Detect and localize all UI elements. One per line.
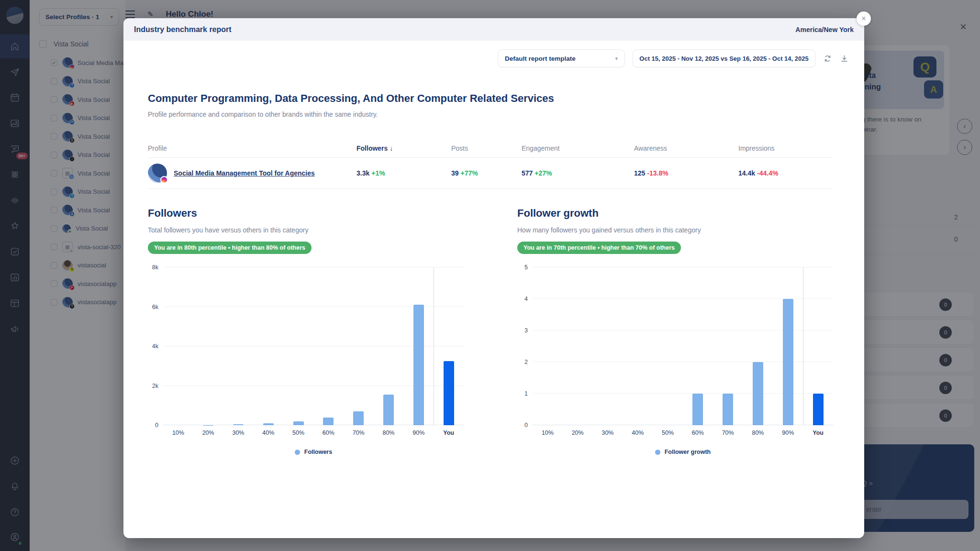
bar-90% xyxy=(783,299,793,425)
follower-growth-chart: 01234510%20%30%40%50%60%70%80%90%YouFoll… xyxy=(517,267,833,455)
modal-title: Industry benchmark report xyxy=(134,25,232,34)
followers-chart: 02k4k6k8k10%20%30%40%50%60%70%80%90%YouF… xyxy=(148,267,464,455)
sort-desc-icon: ↓ xyxy=(390,144,393,152)
chart-title: Follower growth xyxy=(517,207,833,220)
y-tick-label: 0 xyxy=(524,422,528,429)
y-tick-label: 5 xyxy=(524,264,528,271)
x-axis: 10%20%30%40%50%60%70%80%90%You xyxy=(533,430,833,436)
followers-cell: 3.3k+1% xyxy=(356,169,451,177)
x-tick-label: 20% xyxy=(193,430,223,436)
benchmark-table: Profile Followers ↓ Posts Engagement Awa… xyxy=(148,139,833,189)
bar-50% xyxy=(293,421,304,425)
bar-30% xyxy=(233,424,244,425)
x-tick-label: You xyxy=(434,430,464,436)
x-tick-label: 90% xyxy=(773,430,803,436)
gridline xyxy=(533,267,833,267)
y-tick-label: 3 xyxy=(524,327,528,334)
bar-70% xyxy=(723,394,733,425)
x-tick-label: 50% xyxy=(283,430,313,436)
bar-90% xyxy=(413,305,424,425)
modal-body: Computer Programming, Data Processing, A… xyxy=(123,92,864,455)
y-tick-label: 4k xyxy=(152,343,158,350)
profile-link[interactable]: Social Media Management Tool for Agencie… xyxy=(174,169,315,177)
percentile-badge: You are in 70th percentile • higher than… xyxy=(517,242,681,254)
you-separator-line xyxy=(803,267,803,425)
x-axis: 10%20%30%40%50%60%70%80%90%You xyxy=(163,430,464,436)
bar-You xyxy=(813,394,824,425)
profile-avatar xyxy=(148,164,167,183)
legend: Followers xyxy=(163,449,464,455)
x-tick-label: 40% xyxy=(253,430,283,436)
x-tick-label: 50% xyxy=(653,430,683,436)
x-tick-label: You xyxy=(803,430,833,436)
x-tick-label: 10% xyxy=(533,430,563,436)
awareness-cell: 125-13.8% xyxy=(634,169,738,177)
screen: 99+ Select Profiles · 1 ▾ Vista Social ✓… xyxy=(0,0,980,551)
download-icon xyxy=(840,54,849,63)
x-tick-label: 80% xyxy=(743,430,773,436)
y-tick-label: 6k xyxy=(152,304,158,310)
modal-close-button[interactable]: × xyxy=(857,11,871,26)
y-tick-label: 8k xyxy=(152,264,158,271)
y-tick-label: 0 xyxy=(155,422,158,429)
plot-area xyxy=(533,267,833,425)
refresh-button[interactable] xyxy=(823,54,832,63)
engagement-cell: 577+27% xyxy=(522,169,634,177)
x-tick-label: 70% xyxy=(713,430,743,436)
y-axis: 012345 xyxy=(517,267,533,425)
y-tick-label: 2 xyxy=(524,359,528,365)
impressions-cell: 14.4k-44.4% xyxy=(738,169,833,177)
follower-growth-section: Follower growth How many followers you g… xyxy=(517,207,833,455)
followers-section: Followers Total followers you have versu… xyxy=(148,207,464,455)
x-tick-label: 90% xyxy=(403,430,434,436)
instagram-badge-icon xyxy=(160,176,168,184)
x-tick-label: 60% xyxy=(313,430,344,436)
bar-60% xyxy=(323,418,334,425)
plot-area xyxy=(163,267,464,425)
legend-label: Followers xyxy=(304,449,332,455)
legend-dot-icon xyxy=(655,450,660,455)
x-tick-label: 30% xyxy=(593,430,623,436)
date-range-picker[interactable]: Oct 15, 2025 - Nov 12, 2025 vs Sep 16, 2… xyxy=(633,49,815,67)
bar-You xyxy=(444,361,454,425)
y-axis: 02k4k6k8k xyxy=(148,267,163,425)
percentile-badge: You are in 80th percentile • higher than… xyxy=(148,242,312,254)
divider xyxy=(148,188,833,189)
x-tick-label: 60% xyxy=(683,430,713,436)
y-tick-label: 2k xyxy=(152,383,158,389)
x-tick-label: 10% xyxy=(163,430,193,436)
legend-dot-icon xyxy=(295,450,300,455)
column-header-followers[interactable]: Followers ↓ xyxy=(356,144,451,152)
chart-subtitle: Total followers you have versus others i… xyxy=(148,226,464,234)
y-tick-label: 1 xyxy=(524,390,528,397)
y-tick-label: 4 xyxy=(524,296,528,302)
download-button[interactable] xyxy=(840,54,849,63)
legend: Follower growth xyxy=(533,449,833,455)
bar-70% xyxy=(353,411,364,425)
you-separator-line xyxy=(434,267,434,425)
x-tick-label: 30% xyxy=(223,430,254,436)
x-tick-label: 70% xyxy=(344,430,374,436)
chart-title: Followers xyxy=(148,207,464,220)
column-header-impressions[interactable]: Impressions xyxy=(738,144,833,152)
chevron-down-icon: ▾ xyxy=(615,55,618,62)
column-header-engagement[interactable]: Engagement xyxy=(522,144,634,152)
x-tick-label: 40% xyxy=(623,430,653,436)
timezone-label: America/New York xyxy=(795,26,854,33)
column-header-awareness[interactable]: Awareness xyxy=(634,144,738,152)
industry-benchmark-modal: × Industry benchmark report America/New … xyxy=(123,18,864,538)
table-header-row: Profile Followers ↓ Posts Engagement Awa… xyxy=(148,139,833,157)
charts-section: Followers Total followers you have versu… xyxy=(148,207,833,455)
column-header-profile[interactable]: Profile xyxy=(148,144,356,152)
legend-label: Follower growth xyxy=(665,449,711,455)
x-tick-label: 80% xyxy=(374,430,404,436)
template-dropdown[interactable]: Default report template ▾ xyxy=(498,49,625,67)
report-toolbar: Default report template ▾ Oct 15, 2025 -… xyxy=(123,49,864,67)
posts-cell: 39+77% xyxy=(451,169,522,177)
gridline xyxy=(163,267,464,267)
modal-header: Industry benchmark report America/New Yo… xyxy=(123,18,864,41)
bar-60% xyxy=(692,394,703,425)
close-icon: × xyxy=(861,14,866,23)
industry-subtitle: Profile performance and comparison to ot… xyxy=(148,110,833,118)
column-header-posts[interactable]: Posts xyxy=(451,144,522,152)
